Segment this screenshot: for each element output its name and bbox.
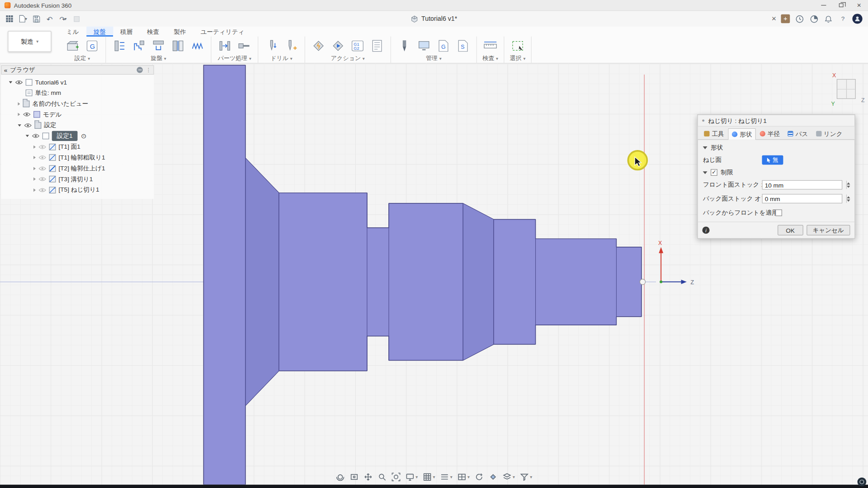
browser-item-op-rough[interactable]: [T1] 輪郭粗取り1 — [1, 152, 154, 163]
grid-snap-button[interactable]: ▾ — [421, 471, 437, 482]
orbit-button[interactable] — [334, 471, 346, 482]
expand-arrow-icon[interactable] — [18, 113, 20, 116]
section-geometry[interactable]: 形状 — [698, 142, 855, 153]
display-settings-button[interactable]: ▾ — [404, 471, 420, 482]
viewcube-face[interactable] — [837, 79, 856, 99]
notifications-button[interactable] — [823, 14, 833, 24]
origin-marker[interactable] — [640, 279, 645, 285]
chuck-button[interactable] — [236, 38, 253, 54]
tab-fabrication[interactable]: 製作 — [166, 27, 193, 37]
active-setup-radio-icon[interactable]: ⊙ — [81, 132, 86, 140]
dialog-header[interactable]: ● ねじ切り : ねじ切り1 — [698, 115, 855, 127]
drill-button[interactable] — [263, 38, 280, 54]
group-label-drill[interactable]: ドリル ▾ — [263, 55, 300, 62]
fit-button[interactable] — [390, 471, 402, 482]
tool-library-button[interactable] — [396, 38, 413, 54]
dialog-tab-tool[interactable]: 工具 — [700, 128, 728, 140]
browser-item-op-thread[interactable]: [T5] ねじ切り1 — [1, 185, 154, 196]
browser-item-op-face[interactable]: [T1] 面1 — [1, 141, 154, 152]
spin-down-icon[interactable] — [847, 185, 850, 188]
visibility-eye-icon[interactable] — [38, 155, 47, 160]
post-library-button[interactable]: G — [434, 38, 452, 54]
expand-arrow-icon[interactable] — [33, 167, 36, 170]
minimize-button[interactable] — [814, 0, 832, 10]
view-cube[interactable]: X Y Z — [832, 74, 861, 104]
new-setup-button[interactable] — [64, 38, 81, 54]
expand-arrow-icon[interactable] — [33, 156, 36, 159]
filter-button[interactable]: ▾ — [518, 471, 534, 482]
tab-utilities[interactable]: ユーティリティ — [193, 27, 252, 37]
visibility-eye-icon[interactable] — [23, 112, 32, 117]
turning-thread-button[interactable] — [189, 38, 206, 54]
setup-sheet-button[interactable] — [368, 38, 386, 54]
group-label-turning[interactable]: 旋盤 ▾ — [110, 55, 206, 62]
minimize-browser-button[interactable] — [137, 67, 143, 73]
front-offset-input[interactable] — [763, 181, 846, 189]
browser-item-document[interactable]: Tutorial6 v1 — [1, 77, 154, 88]
zoom-button[interactable] — [376, 471, 388, 482]
job-status-button[interactable] — [794, 14, 804, 24]
turning-part-off-button[interactable] — [169, 38, 187, 54]
dialog-tab-geometry[interactable]: 形状 — [728, 128, 756, 140]
ok-button[interactable]: OK — [778, 225, 803, 235]
drag-handle-icon[interactable]: ⋮ — [146, 67, 151, 73]
browser-item-setups-folder[interactable]: 設定 — [1, 120, 154, 131]
undo-button[interactable]: ↶ — [43, 13, 56, 25]
info-icon[interactable]: i — [702, 226, 709, 234]
workspace-selector[interactable]: 製造 ▾ — [8, 31, 51, 52]
browser-item-op-finish[interactable]: [T2] 輪郭仕上げ1 — [1, 163, 154, 174]
browser-item-setup1[interactable]: 設定1 ⊙ — [1, 131, 154, 141]
new-tab-button[interactable]: + — [781, 14, 790, 23]
browser-item-op-groove[interactable]: [T3] 溝切り1 — [1, 174, 154, 185]
group-label-actions[interactable]: アクション ▾ — [310, 55, 386, 62]
dialog-menu-icon[interactable]: ● — [702, 118, 705, 123]
group-label-inspect[interactable]: 検査 ▾ — [481, 55, 499, 62]
dialog-tab-radii[interactable]: 半径 — [756, 128, 784, 140]
dialog-tab-passes[interactable]: パス — [784, 128, 812, 140]
expand-arrow-icon[interactable] — [33, 178, 36, 181]
stock-transfer-button[interactable] — [216, 38, 234, 54]
turning-face-button[interactable] — [110, 38, 128, 54]
expand-arrow-icon[interactable] — [18, 124, 21, 127]
spin-down-icon[interactable] — [847, 199, 850, 202]
back-offset-input[interactable] — [763, 195, 846, 203]
confinement-checkbox[interactable]: ✓ — [711, 169, 717, 176]
redo-button[interactable]: ↷ ▾ — [57, 13, 69, 25]
home-view-button[interactable] — [70, 13, 82, 25]
expand-arrow-icon[interactable] — [33, 188, 36, 192]
browser-item-model[interactable]: モデル — [1, 109, 154, 120]
dialog-tab-linking[interactable]: リンク — [812, 128, 846, 140]
tab-inspection[interactable]: 検査 — [140, 27, 166, 37]
tab-additive[interactable]: 積層 — [113, 27, 140, 37]
post-process-button[interactable]: G1G2 — [349, 38, 366, 54]
look-at-button[interactable] — [348, 471, 360, 482]
collapse-browser-icon[interactable]: « — [4, 66, 8, 73]
generate-button[interactable] — [310, 38, 327, 54]
close-window-button[interactable]: ✕ — [850, 0, 868, 10]
selection-button[interactable] — [509, 38, 526, 54]
group-label-part-handling[interactable]: パーツ処理 ▾ — [216, 55, 254, 62]
simulate-button[interactable] — [329, 38, 347, 54]
visibility-eye-icon[interactable] — [38, 144, 47, 150]
turned-part-model[interactable] — [203, 65, 642, 484]
maximize-button[interactable] — [832, 0, 850, 10]
expand-arrow-icon[interactable] — [33, 145, 36, 148]
browser-item-named-views[interactable]: 名前の付いたビュー — [1, 99, 154, 109]
update-status-button[interactable] — [809, 14, 819, 24]
measure-button[interactable] — [481, 38, 499, 54]
visibility-eye-icon[interactable] — [38, 176, 47, 182]
expand-arrow-icon[interactable] — [18, 102, 20, 105]
spin-up-icon[interactable] — [847, 196, 850, 198]
nc-program-button[interactable]: G — [83, 38, 101, 54]
thread-face-select-button[interactable]: 無 — [762, 155, 783, 165]
3d-viewport[interactable]: X Z X Y Z « ブラウザ ⋮ — [0, 64, 868, 485]
appearance-button[interactable] — [487, 471, 499, 482]
spin-up-icon[interactable] — [847, 182, 850, 184]
machine-library-button[interactable] — [415, 38, 433, 54]
document-tab[interactable]: Tutorial6 v1* — [403, 11, 465, 26]
tab-mill[interactable]: ミル — [59, 27, 86, 37]
viewports-button[interactable]: ▾ — [456, 471, 472, 482]
visibility-eye-icon[interactable] — [32, 133, 40, 139]
group-label-select[interactable]: 選択 ▾ — [509, 55, 526, 62]
template-library-button[interactable]: S — [454, 38, 472, 54]
